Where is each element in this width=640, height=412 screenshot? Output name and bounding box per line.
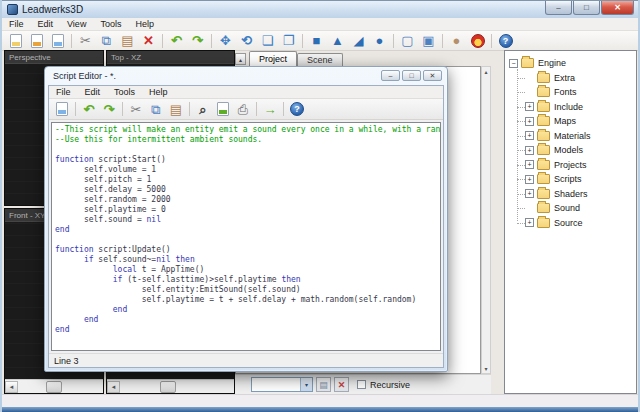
filter-file-button[interactable]: ▤ — [316, 377, 331, 392]
select-transform-icon[interactable]: ▣ — [418, 32, 439, 50]
tab-scene[interactable]: Scene — [297, 53, 343, 66]
tree-item-maps[interactable]: +Maps — [509, 114, 636, 129]
redo-icon[interactable]: ↷ — [187, 32, 208, 50]
undo-icon[interactable]: ↶ — [79, 101, 99, 118]
sphere-icon[interactable]: ● — [369, 32, 390, 50]
menu-item-file[interactable]: File — [2, 18, 31, 31]
delete-icon[interactable]: ✕ — [138, 32, 159, 50]
open-file-icon — [31, 34, 43, 48]
minimize-button[interactable]: – — [545, 1, 572, 15]
expand-icon[interactable]: + — [525, 146, 534, 155]
code-editor[interactable]: --This script will make an entity emit a… — [51, 122, 441, 351]
wedge-icon: ◢ — [354, 34, 364, 47]
material-ball-icon[interactable] — [467, 32, 488, 50]
menu-item-help[interactable]: Help — [142, 86, 175, 99]
cube-icon[interactable]: ■ — [306, 32, 327, 50]
chevron-down-icon[interactable]: ▾ — [300, 378, 312, 391]
horizontal-scrollbar[interactable]: ◂ — [5, 379, 103, 393]
collapse-panel-button[interactable]: ▴ — [235, 53, 246, 65]
menu-item-view[interactable]: View — [60, 18, 93, 31]
goto-icon[interactable] — [213, 101, 233, 118]
expand-icon[interactable]: + — [525, 160, 534, 169]
menu-item-edit[interactable]: Edit — [78, 86, 108, 99]
scrollbar-thumb[interactable] — [46, 381, 62, 393]
tree-item-shaders[interactable]: +Shaders — [509, 187, 636, 202]
expand-icon[interactable]: + — [525, 117, 534, 126]
main-statusbar — [2, 394, 638, 407]
move-icon[interactable]: ✥ — [215, 32, 236, 50]
paste-icon[interactable]: ▤ — [166, 101, 186, 118]
print-icon[interactable]: ⎙ — [233, 101, 253, 118]
help-icon: ? — [499, 34, 513, 48]
script-editor-titlebar[interactable]: Script Editor - *. – □ ✕ — [45, 67, 447, 85]
menu-item-tools[interactable]: Tools — [107, 86, 142, 99]
tree-item-extra[interactable]: Extra — [509, 71, 636, 86]
save-file-icon[interactable] — [47, 32, 68, 50]
scrollbar-thumb[interactable] — [160, 381, 176, 393]
expand-icon[interactable]: + — [525, 218, 534, 227]
menu-item-help[interactable]: Help — [128, 18, 161, 31]
maximize-button[interactable]: □ — [573, 1, 600, 15]
cut-icon[interactable]: ✂ — [75, 32, 96, 50]
cut-icon: ✂ — [80, 34, 91, 47]
menu-item-tools[interactable]: Tools — [93, 18, 128, 31]
collapse-icon[interactable]: − — [509, 59, 518, 68]
minimize-button[interactable]: – — [381, 70, 400, 81]
save-file-icon[interactable] — [52, 101, 72, 118]
tab-project[interactable]: Project — [249, 51, 297, 66]
new-file-icon[interactable] — [5, 32, 26, 50]
redo-icon[interactable]: ↷ — [99, 101, 119, 118]
copy-icon: ⧉ — [102, 34, 111, 47]
close-button[interactable]: ✕ — [423, 70, 442, 81]
run-icon[interactable]: → — [260, 101, 280, 118]
paste-icon[interactable]: ▤ — [117, 32, 138, 50]
scroll-left-icon[interactable]: ◂ — [107, 381, 120, 393]
copy-icon[interactable]: ⧉ — [96, 32, 117, 50]
script-editor-window[interactable]: Script Editor - *. – □ ✕ FileEditToolsHe… — [44, 66, 448, 372]
help-icon[interactable]: ? — [495, 32, 516, 50]
scroll-down-icon[interactable]: ▾ — [482, 364, 490, 373]
cone-icon[interactable]: ▲ — [327, 32, 348, 50]
clear-filter-button[interactable]: ✕ — [334, 377, 349, 392]
find-icon[interactable]: ⌕ — [193, 101, 213, 118]
open-file-icon[interactable] — [26, 32, 47, 50]
tree-item-projects[interactable]: +Projects — [509, 158, 636, 173]
close-button[interactable]: ✕ — [601, 1, 634, 15]
rotate-icon[interactable]: ⟲ — [236, 32, 257, 50]
menu-item-file[interactable]: File — [49, 86, 78, 99]
tree-item-include[interactable]: +Include — [509, 100, 636, 115]
tree-item-engine[interactable]: −Engine — [509, 56, 636, 71]
help-icon[interactable]: ? — [287, 101, 307, 118]
vertical-scrollbar[interactable]: ▴ ▾ — [481, 66, 491, 374]
wedge-icon[interactable]: ◢ — [348, 32, 369, 50]
select-box-icon: ▢ — [401, 34, 413, 47]
scroll-up-icon[interactable]: ▴ — [482, 67, 490, 76]
menu-item-edit[interactable]: Edit — [31, 18, 61, 31]
move-icon: ✥ — [220, 34, 231, 47]
scroll-left-icon[interactable]: ◂ — [5, 381, 18, 393]
viewport-layout-icon[interactable]: ❏ — [257, 32, 278, 50]
tree-item-models[interactable]: +Models — [509, 143, 636, 158]
combobox-value — [252, 378, 300, 391]
tree-item-fonts[interactable]: Fonts — [509, 85, 636, 100]
copy-icon[interactable]: ⧉ — [146, 101, 166, 118]
horizontal-scrollbar[interactable]: ◂ — [107, 379, 234, 393]
expand-icon[interactable]: + — [525, 189, 534, 198]
tree-item-sound[interactable]: Sound — [509, 201, 636, 216]
expand-icon[interactable]: + — [525, 102, 534, 111]
tree-item-scripts[interactable]: +Scripts — [509, 172, 636, 187]
tree-item-label: Engine — [538, 58, 566, 68]
recursive-checkbox[interactable] — [357, 380, 366, 389]
tree-item-materials[interactable]: +Materials — [509, 129, 636, 144]
filter-combobox[interactable]: ▾ — [251, 377, 313, 392]
expand-icon[interactable]: + — [525, 175, 534, 184]
terrain-icon[interactable]: ● — [446, 32, 467, 50]
undo-icon[interactable]: ↶ — [166, 32, 187, 50]
maximize-button[interactable]: □ — [402, 70, 421, 81]
toolbar-separator — [211, 34, 212, 48]
cut-icon[interactable]: ✂ — [126, 101, 146, 118]
select-box-icon[interactable]: ▢ — [397, 32, 418, 50]
expand-icon[interactable]: + — [525, 131, 534, 140]
tree-item-source[interactable]: +Source — [509, 216, 636, 231]
screen-icon[interactable]: ❐ — [278, 32, 299, 50]
